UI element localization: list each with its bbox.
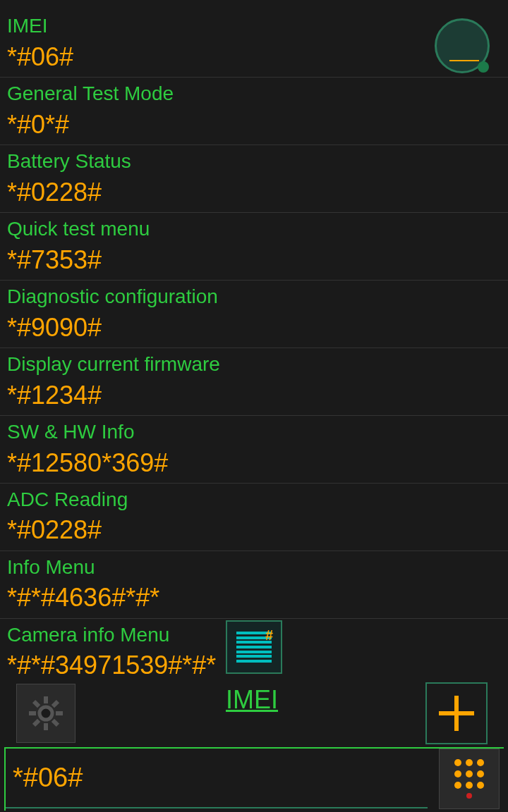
code-list[interactable]: IMEI*#06#General Test Mode*#0*#Battery S… [0,0,508,681]
list-item[interactable]: General Test Mode*#0*# [0,78,508,145]
list-item[interactable]: Quick test menu*#7353# [0,213,508,281]
item-title: IMEI [7,14,501,38]
item-title: Battery Status [7,149,501,173]
add-button[interactable] [425,682,488,744]
list-item[interactable]: Display current firmware*#1234# [0,348,508,416]
svg-rect-4 [56,711,63,715]
item-code: *#0228# [7,515,501,544]
list-item[interactable]: Diagnostic configuration*#9090# [0,281,508,348]
item-title: Diagnostic configuration [7,285,501,309]
svg-rect-3 [29,711,36,715]
svg-point-0 [40,707,52,720]
item-title: Quick test menu [7,217,501,241]
list-mode-button[interactable]: # [226,620,282,674]
item-code: *#9090# [7,313,501,342]
item-code: *#06# [7,42,501,71]
item-title: General Test Mode [7,82,501,106]
hash-icon: # [265,627,273,644]
item-title: Display current firmware [7,352,501,376]
item-code: *#*#4636#*#* [7,583,501,612]
gear-icon [29,696,63,730]
list-item[interactable]: IMEI*#06# [0,10,508,78]
list-item[interactable]: Info Menu*#*#4636#*#* [0,551,508,619]
item-code: *#0228# [7,178,501,207]
svg-rect-7 [32,700,40,708]
svg-rect-8 [52,719,59,727]
code-input-section: *#06# [4,747,504,811]
list-item[interactable]: Battery Status*#0228# [0,145,508,213]
item-code: *#12580*369# [7,448,501,477]
list-icon: # [236,632,272,663]
search-caret [449,60,479,61]
item-code: *#1234# [7,381,501,410]
detail-label[interactable]: IMEI [226,685,278,715]
item-code: *#0*# [7,110,501,139]
list-item[interactable]: SW & HW Info*#12580*369# [0,416,508,484]
item-title: Info Menu [7,555,501,579]
svg-rect-5 [52,700,59,708]
svg-rect-2 [44,723,48,730]
item-code: *#7353# [7,245,501,274]
magnifier-icon [435,18,490,73]
code-input[interactable]: *#06# [6,749,428,808]
dialpad-icon [454,759,484,766]
search-button[interactable] [435,18,497,80]
item-title: ADC Reading [7,488,501,512]
dialpad-button[interactable] [439,749,500,809]
svg-rect-1 [44,696,48,703]
settings-button[interactable] [16,684,75,743]
list-item[interactable]: ADC Reading*#0228# [0,484,508,551]
svg-rect-6 [32,719,40,727]
item-title: SW & HW Info [7,420,501,444]
magnifier-handle-icon [478,61,489,73]
